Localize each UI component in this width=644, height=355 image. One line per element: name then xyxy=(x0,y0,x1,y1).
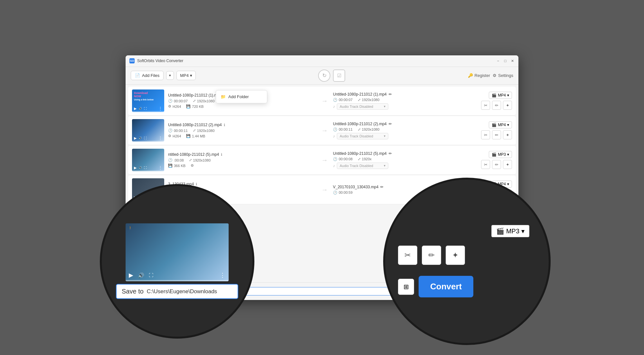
arrow-col: → xyxy=(316,186,333,193)
add-folder-item[interactable]: 📁 Add Folder xyxy=(216,92,267,102)
info-icon[interactable]: ℹ xyxy=(224,123,225,127)
chevron-down-icon: ▾ xyxy=(507,123,509,127)
more-icon[interactable]: ⋮ xyxy=(158,106,162,111)
thumbnail: ▶ 🔊 ⛶ ⋮ xyxy=(132,149,164,171)
play-icon[interactable]: ▶ xyxy=(134,107,137,111)
format-badge[interactable]: 🎬 MP3 ▾ xyxy=(489,151,512,158)
clock-icon: 🕐 xyxy=(333,127,337,132)
clock-icon: 🕐 xyxy=(333,191,337,195)
codec-item: ⚙ H264 xyxy=(168,104,181,108)
cut-button[interactable]: ✂ xyxy=(481,130,490,139)
title-bar: SO SoftOrbits Video Converter − □ ✕ xyxy=(126,55,518,67)
format-col: 🎬 MP4 ▾ ✂ ✏ ✦ xyxy=(481,92,512,110)
edit-button[interactable]: ✏ xyxy=(492,160,501,169)
cut-button[interactable]: ✂ xyxy=(481,160,490,169)
video-zoom-preview: 🚶 ▶ 🔊 ⛶ ⋮ xyxy=(126,223,229,281)
info-icon[interactable]: ℹ xyxy=(221,153,222,157)
clock-icon: 🕐 xyxy=(168,99,173,103)
zoom-actions: ✂ ✏ ✦ xyxy=(398,246,465,265)
zoom-format-badge[interactable]: 🎬 MP3 ▾ xyxy=(491,225,529,237)
zoom-full-icon[interactable]: ⛶ xyxy=(149,273,153,278)
format-badge[interactable]: 🎬 MP4 ▾ xyxy=(489,121,512,128)
fullscreen-icon[interactable]: ⛶ xyxy=(144,166,147,169)
settings-item: ⚙ xyxy=(191,163,194,168)
wand-button[interactable]: ✦ xyxy=(503,101,512,110)
cut-button[interactable]: ✂ xyxy=(481,101,490,110)
disk-icon: 💾 xyxy=(186,104,191,108)
out-duration-item: 🕐 00:00:08 xyxy=(333,157,353,161)
output-meta: 🕐 00:00:07 ⤢ 1920x1080 xyxy=(333,98,481,102)
video-zoom-controls: ▶ 🔊 ⛶ ⋮ xyxy=(129,272,225,279)
file-meta-2: ⚙ H264 💾 720 KB xyxy=(168,104,316,108)
file-info: Untitled-1080p-211012 (2).mp4 ℹ 🕐 00:00:… xyxy=(168,123,316,138)
save-to-zoom-label: Save to xyxy=(122,288,144,295)
app-icon: SO xyxy=(129,58,135,63)
gear-small-icon: ⚙ xyxy=(168,134,171,138)
play-icon[interactable]: ▶ xyxy=(134,136,137,140)
zoom-more-icon[interactable]: ⋮ xyxy=(220,272,225,279)
check-button[interactable]: ☑ xyxy=(333,70,345,82)
settings-label: Settings xyxy=(498,73,513,78)
edit-button[interactable]: ✏ xyxy=(492,130,501,139)
close-button[interactable]: ✕ xyxy=(510,59,515,63)
edit-icon[interactable]: ✏ xyxy=(389,122,392,126)
minimize-button[interactable]: − xyxy=(496,59,500,63)
arrow-col: → xyxy=(316,127,333,134)
edit-icon[interactable]: ✏ xyxy=(389,151,392,156)
magnify-circle-left: 🚶 ▶ 🔊 ⛶ ⋮ Save to C:\Users\Eugene\Downlo… xyxy=(100,184,254,339)
save-to-zoom: Save to C:\Users\Eugene\Downloads xyxy=(116,284,238,299)
audio-icon: ♪ xyxy=(333,163,335,168)
wand-button[interactable]: ✦ xyxy=(503,160,512,169)
refresh-icon: ↻ xyxy=(322,72,327,79)
volume-icon[interactable]: 🔊 xyxy=(138,107,142,110)
thumb-text: DownloadNOWUsing a link below xyxy=(134,91,154,101)
edit-icon[interactable]: ✏ xyxy=(380,185,384,189)
maximize-button[interactable]: □ xyxy=(503,59,507,63)
refresh-button[interactable]: ↻ xyxy=(318,70,330,82)
film-icon: 🎬 xyxy=(492,123,497,127)
format-selector-button[interactable]: MP4 ▾ xyxy=(176,71,196,80)
output-info: Untitled-1080p-211012 (1).mp4 ✏ 🕐 00:00:… xyxy=(333,92,481,110)
progress-bar xyxy=(132,141,164,142)
audio-track-select[interactable]: Audio Track Disabled ▾ xyxy=(337,133,388,139)
volume-icon[interactable]: 🔊 xyxy=(138,166,142,169)
edit-icon[interactable]: ✏ xyxy=(389,92,392,97)
audio-track-select[interactable]: Audio Track Disabled ▾ xyxy=(337,163,388,169)
size-item: 💾 1.44 MB xyxy=(186,134,205,138)
add-files-label: Add Files xyxy=(142,73,159,78)
add-files-dropdown-button[interactable]: ▾ xyxy=(166,71,174,80)
zoom-convert-button[interactable]: Convert xyxy=(419,276,473,297)
format-actions: ✂ ✏ ✦ xyxy=(481,160,512,169)
zoom-play-icon[interactable]: ▶ xyxy=(129,272,133,279)
zoom-cut-button[interactable]: ✂ xyxy=(398,246,417,265)
format-badge[interactable]: 🎬 MP4 ▾ xyxy=(489,92,512,99)
audio-track-select[interactable]: Audio Track Disabled ▾ xyxy=(337,103,388,110)
register-button[interactable]: 🔑 Register xyxy=(468,73,490,78)
fullscreen-icon[interactable]: ⛶ xyxy=(144,136,147,140)
file-name: ntitled-1080p-211012 (5).mp4 ℹ xyxy=(168,152,316,157)
zoom-format-label: MP3 xyxy=(506,228,519,235)
edit-button[interactable]: ✏ xyxy=(492,101,501,110)
size-item: 💾 720 KB xyxy=(186,104,204,108)
resolution-item: ⤢ 1920x1080 xyxy=(193,128,214,133)
zoom-film-icon: 🎬 xyxy=(496,227,504,235)
thumbnail: DownloadNOWUsing a link below ▶ 🔊 ⛶ ⋮ xyxy=(132,89,164,112)
check-icon: ☑ xyxy=(337,73,341,79)
zoom-edit-button[interactable]: ✏ xyxy=(422,246,441,265)
file-meta: 🕐 00:00:11 ⤢ 1920x1080 xyxy=(168,128,316,133)
more-icon[interactable]: ⋮ xyxy=(158,165,162,170)
volume-icon[interactable]: 🔊 xyxy=(138,136,142,140)
zoom-progress-bar xyxy=(126,280,229,281)
wand-button[interactable]: ✦ xyxy=(503,130,512,139)
fullscreen-icon[interactable]: ⛶ xyxy=(144,107,147,110)
zoom-vol-icon[interactable]: 🔊 xyxy=(138,272,144,278)
file-name: Untitled-1080p-211012 (2).mp4 ℹ xyxy=(168,123,316,127)
format-dropdown-icon: ▾ xyxy=(190,73,192,78)
settings-button[interactable]: ⚙ Settings xyxy=(493,73,513,78)
zoom-grid-button[interactable]: ⊞ xyxy=(398,279,414,295)
add-files-button[interactable]: 📄 Add Files xyxy=(131,71,164,80)
more-icon[interactable]: ⋮ xyxy=(158,136,162,140)
play-icon[interactable]: ▶ xyxy=(134,166,137,170)
chevron-down-icon: ▾ xyxy=(507,152,509,157)
zoom-wand-button[interactable]: ✦ xyxy=(446,246,465,265)
